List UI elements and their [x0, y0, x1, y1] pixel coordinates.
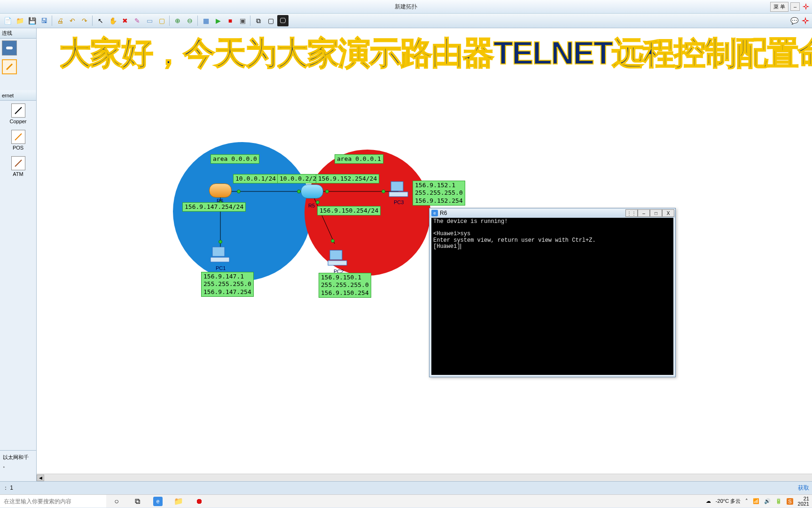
pc1-label: PC1 — [216, 265, 226, 271]
explorer-task-icon[interactable]: 📁 — [168, 495, 189, 508]
delete-icon[interactable]: ✖ — [119, 15, 131, 26]
tray-time[interactable]: 21 — [804, 496, 809, 501]
canvas-scrollbar[interactable]: ◀ — [37, 474, 812, 481]
toolbar: 📄 📁 💾 🖫 🖨 ↶ ↷ ↖ ✋ ✖ ✎ ▭ ▢ ⊕ ⊖ ▦ ▶ ■ ▣ ⧉ … — [0, 13, 812, 28]
ethernet-header: ernet — [0, 90, 36, 101]
cli-max-button[interactable]: □ — [650, 209, 662, 217]
edit-icon[interactable]: ✎ — [132, 15, 143, 26]
link-type-atm[interactable]: ATM — [0, 153, 36, 180]
pointer-icon[interactable]: ↖ — [95, 15, 106, 26]
cli-terminal[interactable]: The device is running! <Huawei>sys Enter… — [431, 218, 673, 375]
taskbar-search[interactable] — [0, 495, 106, 508]
tray-battery-icon[interactable]: 🔋 — [775, 498, 782, 504]
pc2[interactable] — [327, 249, 348, 267]
pc3-label: PC3 — [394, 199, 404, 205]
huawei-logo-icon — [802, 2, 810, 11]
pos-label: POS — [13, 145, 23, 151]
device-router-icon[interactable] — [2, 40, 17, 56]
link-type-pos[interactable]: POS — [0, 127, 36, 153]
system-tray: ☁ -20°C 多云 ˄ 📶 🔊 🔋 S 21 2021 — [703, 496, 812, 507]
cortana-icon[interactable]: ○ — [106, 495, 127, 508]
port-dot — [237, 190, 241, 193]
align-icon[interactable]: ▦ — [200, 15, 211, 26]
svg-text:e: e — [433, 211, 436, 215]
router-r5[interactable] — [301, 184, 323, 198]
new-icon[interactable]: 📄 — [2, 15, 13, 26]
zoomin-icon[interactable]: ⊕ — [172, 15, 183, 26]
svg-rect-9 — [391, 182, 403, 191]
tray-date[interactable]: 2021 — [798, 501, 809, 507]
start-icon[interactable]: ▶ — [212, 15, 224, 26]
ip4-label: 156.9.147.254/24 — [182, 202, 246, 212]
port-dot — [316, 200, 320, 204]
open-icon[interactable]: 📁 — [14, 15, 25, 26]
ip5-label: 156.9.150.254/24 — [317, 206, 381, 215]
pc1-info: 156.9.147.1 255.255.255.0 156.9.147.254 — [201, 272, 254, 297]
saveall-icon[interactable]: 🖫 — [39, 15, 50, 26]
status-left: ： 1 — [3, 484, 13, 492]
tray-ime-icon[interactable]: S — [787, 498, 793, 505]
router-r6[interactable] — [209, 183, 232, 198]
topology-canvas[interactable]: R6 R5 PC1 PC2 PC3 area 0.0.0.0 area 0.0.… — [37, 28, 812, 474]
taskview-icon[interactable]: ⧉ — [127, 495, 148, 508]
weather-text[interactable]: -20°C 多云 — [716, 498, 741, 505]
cli-titlebar[interactable]: e R6 ⋮⋮ – □ X — [429, 208, 675, 218]
port-dot — [331, 239, 335, 243]
chat-icon[interactable]: 💬 — [789, 15, 800, 26]
ensp-icon: e — [431, 210, 438, 216]
cli-output: The device is running! <Huawei>sys Enter… — [433, 218, 596, 250]
port-dot — [382, 190, 385, 193]
svg-rect-7 — [330, 250, 342, 260]
print-icon[interactable]: 🖨 — [55, 15, 66, 26]
zoomout-icon[interactable]: ⊖ — [184, 15, 195, 26]
save-icon[interactable]: 💾 — [26, 15, 38, 26]
pc3[interactable] — [388, 181, 409, 198]
port-dot — [297, 190, 301, 193]
huawei-logo2-icon — [801, 16, 810, 25]
stop-icon[interactable]: ■ — [225, 15, 236, 26]
hand-icon[interactable]: ✋ — [107, 15, 118, 26]
ensp-task-icon[interactable]: e — [148, 495, 168, 508]
grid-icon[interactable]: ▢ — [265, 15, 276, 26]
main-area: 连线 ernet Copper POS ATM 以太网和千 。 — [0, 28, 812, 481]
device-link-icon[interactable] — [2, 59, 17, 74]
port-dot — [325, 190, 329, 193]
display-icon[interactable]: 🖵 — [277, 15, 289, 26]
cli-close-button[interactable]: X — [662, 209, 674, 217]
svg-rect-6 — [211, 257, 229, 262]
undo-icon[interactable]: ↶ — [67, 15, 78, 26]
cli-min-button[interactable]: – — [638, 209, 650, 217]
weather-icon[interactable]: ☁ — [706, 498, 711, 504]
area0-label: area 0.0.0.0 — [211, 154, 259, 164]
tray-chevron-icon[interactable]: ˄ — [745, 498, 748, 504]
ip1-label: 10.0.0.1/24 — [233, 174, 278, 183]
tray-network-icon[interactable]: 📶 — [753, 498, 759, 504]
titlebar: 新建拓扑 菜 单 – — [0, 0, 812, 13]
text-icon[interactable]: ▭ — [144, 15, 155, 26]
link-type-copper[interactable]: Copper — [0, 101, 36, 127]
scroll-left-icon[interactable]: ◀ — [37, 475, 44, 481]
cli-window[interactable]: e R6 ⋮⋮ – □ X The device is running! <Hu… — [429, 208, 676, 377]
capture-icon[interactable]: ▣ — [237, 15, 248, 26]
left-panel: 连线 ernet Copper POS ATM 以太网和千 。 — [0, 28, 37, 481]
tray-volume-icon[interactable]: 🔊 — [764, 498, 771, 504]
svg-rect-8 — [328, 261, 347, 265]
links-layer — [37, 28, 812, 474]
align2-icon[interactable]: ⧉ — [253, 15, 264, 26]
cursor-icon — [502, 223, 503, 230]
palette-icon[interactable]: ▢ — [156, 15, 167, 26]
window-title: 新建拓扑 — [395, 3, 417, 11]
pc1[interactable] — [210, 246, 230, 264]
cli-title: R6 — [440, 210, 447, 216]
svg-text:e: e — [156, 498, 160, 505]
menu-button[interactable]: 菜 单 — [770, 2, 789, 12]
svg-rect-10 — [389, 192, 408, 197]
status-right[interactable]: 获取 — [798, 484, 809, 492]
windows-taskbar: ○ ⧉ e 📁 ⏺ ☁ -20°C 多云 ˄ 📶 🔊 🔋 S 21 2021 — [0, 494, 812, 508]
left-panel-header: 连线 — [0, 28, 36, 39]
video-overlay-title: 大家好，今天为大家演示路由器TELNET远程控制配置命令 — [59, 32, 812, 75]
cli-options-button[interactable]: ⋮⋮ — [625, 209, 638, 217]
redo-icon[interactable]: ↷ — [79, 15, 90, 26]
record-task-icon[interactable]: ⏺ — [189, 495, 210, 508]
minimize-button[interactable]: – — [790, 2, 800, 11]
